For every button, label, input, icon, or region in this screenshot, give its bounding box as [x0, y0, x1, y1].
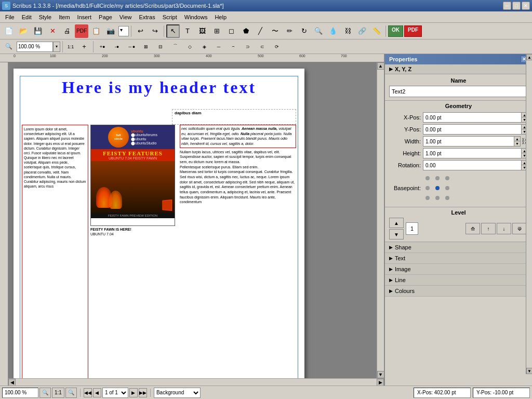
- pdf-button[interactable]: PDF: [404, 25, 422, 37]
- level-lower-btn[interactable]: ↓: [497, 223, 511, 234]
- menu-edit[interactable]: Edit: [19, 13, 35, 21]
- node-join[interactable]: ⊟: [154, 40, 167, 54]
- bp-bl[interactable]: [423, 193, 432, 203]
- maximize-button[interactable]: □: [512, 2, 521, 10]
- rotation-field[interactable]: 0.00 ▲ ▼: [423, 160, 528, 170]
- xpos-field[interactable]: 0.00 pt ▲ ▼: [423, 112, 528, 123]
- menu-item[interactable]: Item: [56, 13, 73, 21]
- node-move[interactable]: ↔●: [125, 40, 138, 54]
- text-tool[interactable]: T: [181, 24, 194, 38]
- select-tool[interactable]: ↖: [166, 24, 180, 38]
- scroll-down-btn[interactable]: ▼: [377, 371, 384, 378]
- image-section-header[interactable]: ▶ Image: [385, 264, 532, 275]
- zoom-status-field[interactable]: 100.00 %: [2, 388, 38, 398]
- width-down[interactable]: ▼: [514, 141, 520, 146]
- rotate-tool[interactable]: ↻: [297, 24, 311, 38]
- line-tool[interactable]: ╱: [254, 24, 267, 38]
- node-break[interactable]: ⊠: [139, 40, 153, 54]
- page-first-btn[interactable]: ◀◀: [84, 388, 92, 397]
- freehand-tool[interactable]: ✏: [283, 24, 296, 38]
- bp-tl[interactable]: [423, 174, 432, 183]
- layer-select[interactable]: Background: [154, 388, 201, 398]
- node-topath[interactable]: ⌒: [168, 40, 182, 54]
- print-button[interactable]: 🖨: [60, 24, 74, 38]
- close-doc-button[interactable]: ✕: [46, 24, 59, 38]
- scroll-right-btn[interactable]: ▶: [377, 379, 384, 386]
- props-vscrollbar[interactable]: ▲ ▼: [526, 54, 532, 374]
- bp-ml[interactable]: [423, 183, 432, 193]
- width-up[interactable]: ▲: [514, 137, 520, 141]
- unlink-tool[interactable]: 🔗: [355, 24, 369, 38]
- zoom-tool[interactable]: 🔍: [312, 24, 325, 38]
- menu-help[interactable]: Help: [211, 13, 230, 21]
- menu-page[interactable]: Page: [96, 13, 115, 21]
- new-button[interactable]: 📄: [2, 24, 16, 38]
- shape-section-header[interactable]: ▶ Shape: [385, 242, 532, 253]
- height-field[interactable]: 1.00 pt ▲ ▼: [423, 148, 528, 158]
- zoom-in[interactable]: +: [77, 40, 91, 54]
- width-field[interactable]: 1.00 pt ▲ ▼: [423, 136, 521, 147]
- bp-mc[interactable]: [433, 183, 442, 193]
- line-section-header[interactable]: ▶ Line: [385, 275, 532, 286]
- node-curve[interactable]: ⌢: [227, 40, 240, 54]
- redo-button[interactable]: ↪: [148, 24, 162, 38]
- ypos-field[interactable]: 0.00 pt ▲ ▼: [423, 124, 528, 135]
- menu-view[interactable]: View: [116, 13, 135, 21]
- level-bottom-btn[interactable]: ⟱: [512, 223, 527, 234]
- bp-bc[interactable]: [433, 193, 442, 203]
- zoom-input[interactable]: [17, 42, 53, 52]
- canvas-v-scrollbar[interactable]: ▲ ▼: [377, 62, 384, 378]
- preflight-button[interactable]: 📋: [89, 24, 103, 38]
- bp-br[interactable]: [443, 193, 452, 203]
- bezier-tool[interactable]: 〜: [268, 24, 282, 38]
- shape-tool[interactable]: ◻: [224, 24, 238, 38]
- zoom-dropdown-btn[interactable]: ▾: [53, 42, 60, 52]
- text-section-header[interactable]: ▶ Text: [385, 253, 532, 264]
- polygon-tool[interactable]: ⬟: [239, 24, 252, 38]
- menu-windows[interactable]: Windows: [181, 13, 211, 21]
- level-raise-btn[interactable]: ↑: [481, 223, 496, 234]
- close-button[interactable]: ✕: [522, 2, 530, 10]
- zoom-out-status-btn[interactable]: 🔍: [65, 388, 77, 398]
- bp-tr[interactable]: [443, 174, 452, 183]
- level-up-btn[interactable]: ▲: [389, 218, 404, 228]
- bp-mr[interactable]: [443, 183, 452, 193]
- scroll-up-btn[interactable]: ▲: [377, 62, 384, 70]
- eyedrop-tool[interactable]: 💧: [326, 24, 340, 38]
- page-next-btn[interactable]: ▶: [129, 388, 138, 397]
- menu-extras[interactable]: Extras: [136, 13, 158, 21]
- node-close[interactable]: ⊂: [256, 40, 269, 54]
- canvas-h-scrollbar[interactable]: ◀ ▶: [8, 378, 384, 385]
- measure-tool[interactable]: 📏: [370, 24, 383, 38]
- zoom-1to1[interactable]: 1:1: [65, 40, 76, 54]
- ok-button[interactable]: OK: [388, 25, 403, 37]
- zoom-1to1-status-btn[interactable]: 1:1: [52, 388, 64, 398]
- link-tool[interactable]: ⛓: [341, 24, 354, 38]
- image-tool[interactable]: 🖼: [195, 24, 209, 38]
- export-button[interactable]: 📷: [104, 24, 117, 38]
- menu-script[interactable]: Script: [159, 13, 180, 21]
- open-button[interactable]: 📂: [17, 24, 30, 38]
- zoom-magnify-btn[interactable]: 🔍: [39, 388, 51, 398]
- undo-button[interactable]: ↩: [134, 24, 147, 38]
- level-down-btn[interactable]: ▼: [389, 229, 404, 240]
- node-open[interactable]: ⊃: [241, 40, 255, 54]
- scroll-left-btn[interactable]: ◀: [8, 379, 16, 386]
- node-del[interactable]: -●: [110, 40, 124, 54]
- canvas[interactable]: Here is my header text dapibus diam Lore…: [8, 62, 384, 385]
- width-spinner[interactable]: ▲ ▼: [514, 137, 520, 146]
- colours-section-header[interactable]: ▶ Colours: [385, 286, 532, 297]
- props-scroll-down[interactable]: ▼: [526, 368, 532, 374]
- node-asym[interactable]: ◈: [197, 40, 211, 54]
- node-straight[interactable]: ─: [212, 40, 225, 54]
- name-input[interactable]: [389, 86, 528, 97]
- props-scroll-up[interactable]: ▲: [526, 54, 532, 60]
- save-button[interactable]: 💾: [31, 24, 45, 38]
- node-add[interactable]: +●: [96, 40, 109, 54]
- page-prev-btn[interactable]: ◀: [93, 388, 101, 397]
- pdfexport-button[interactable]: PDF: [75, 24, 88, 38]
- menu-insert[interactable]: Insert: [74, 13, 95, 21]
- zoom-tool-2[interactable]: 🔍: [2, 40, 16, 54]
- xyz-section-header[interactable]: ▶ X, Y, Z: [385, 64, 532, 74]
- node-reset[interactable]: ⟳: [270, 40, 284, 54]
